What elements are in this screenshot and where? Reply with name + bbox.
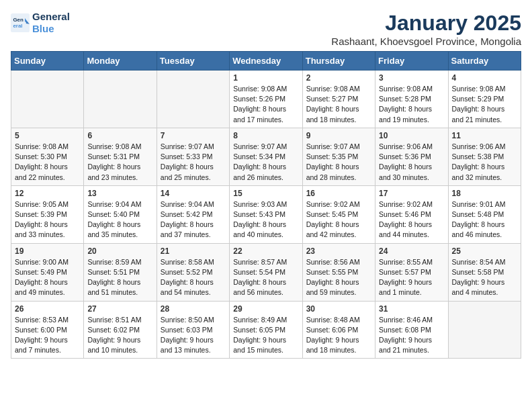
calendar-cell-empty bbox=[84, 71, 157, 128]
calendar-cell-2: 2Sunrise: 9:08 AMSunset: 5:27 PMDaylight… bbox=[302, 71, 375, 128]
cell-details: Sunrise: 9:07 AMSunset: 5:33 PMDaylight:… bbox=[161, 142, 226, 183]
header-saturday: Saturday bbox=[448, 52, 521, 71]
calendar-week-1: 5Sunrise: 9:08 AMSunset: 5:30 PMDaylight… bbox=[11, 128, 521, 185]
calendar-cell-29: 29Sunrise: 8:49 AMSunset: 6:05 PMDayligh… bbox=[230, 301, 302, 359]
cell-details: Sunrise: 9:00 AMSunset: 5:49 PMDaylight:… bbox=[15, 257, 80, 298]
calendar-cell-28: 28Sunrise: 8:50 AMSunset: 6:03 PMDayligh… bbox=[157, 301, 229, 359]
calendar-cell-25: 25Sunrise: 8:54 AMSunset: 5:58 PMDayligh… bbox=[448, 243, 521, 301]
day-number: 12 bbox=[15, 189, 80, 198]
cell-details: Sunrise: 9:04 AMSunset: 5:42 PMDaylight:… bbox=[161, 199, 226, 240]
cell-details: Sunrise: 8:55 AMSunset: 5:57 PMDaylight:… bbox=[379, 257, 444, 298]
cell-details: Sunrise: 9:06 AMSunset: 5:36 PMDaylight:… bbox=[379, 142, 444, 183]
day-number: 25 bbox=[452, 246, 517, 256]
cell-details: Sunrise: 9:06 AMSunset: 5:38 PMDaylight:… bbox=[452, 142, 517, 183]
calendar-table: SundayMondayTuesdayWednesdayThursdayFrid… bbox=[11, 51, 521, 359]
day-number: 22 bbox=[233, 246, 298, 256]
svg-text:Gen: Gen bbox=[13, 17, 24, 23]
day-number: 18 bbox=[452, 189, 517, 198]
cell-details: Sunrise: 8:46 AMSunset: 6:08 PMDaylight:… bbox=[379, 315, 444, 356]
cell-details: Sunrise: 8:58 AMSunset: 5:52 PMDaylight:… bbox=[161, 257, 226, 298]
day-number: 26 bbox=[15, 304, 80, 314]
calendar-cell-empty bbox=[448, 301, 521, 359]
cell-details: Sunrise: 9:08 AMSunset: 5:31 PMDaylight:… bbox=[87, 142, 152, 183]
logo: Gen eral General Blue bbox=[11, 11, 70, 35]
svg-text:eral: eral bbox=[13, 23, 23, 29]
calendar-cell-27: 27Sunrise: 8:51 AMSunset: 6:02 PMDayligh… bbox=[84, 301, 157, 359]
month-year-title: January 2025 bbox=[331, 11, 521, 36]
day-number: 17 bbox=[379, 189, 444, 198]
calendar-cell-22: 22Sunrise: 8:57 AMSunset: 5:54 PMDayligh… bbox=[230, 243, 302, 301]
day-number: 29 bbox=[233, 304, 298, 314]
cell-details: Sunrise: 8:48 AMSunset: 6:06 PMDaylight:… bbox=[306, 315, 371, 356]
calendar-cell-empty bbox=[11, 71, 84, 128]
calendar-cell-24: 24Sunrise: 8:55 AMSunset: 5:57 PMDayligh… bbox=[375, 243, 448, 301]
day-number: 21 bbox=[161, 246, 226, 256]
day-number: 16 bbox=[306, 189, 371, 198]
page-header: Gen eral General Blue January 2025 Rasha… bbox=[11, 11, 521, 47]
day-number: 24 bbox=[379, 246, 444, 256]
cell-details: Sunrise: 8:49 AMSunset: 6:05 PMDaylight:… bbox=[233, 315, 298, 356]
title-block: January 2025 Rashaant, Khoevsgoel Provin… bbox=[331, 11, 521, 47]
cell-details: Sunrise: 8:54 AMSunset: 5:58 PMDaylight:… bbox=[452, 257, 517, 298]
day-number: 5 bbox=[15, 131, 80, 140]
header-friday: Friday bbox=[375, 52, 448, 71]
cell-details: Sunrise: 8:57 AMSunset: 5:54 PMDaylight:… bbox=[233, 257, 298, 298]
calendar-cell-empty bbox=[157, 71, 229, 128]
calendar-cell-26: 26Sunrise: 8:53 AMSunset: 6:00 PMDayligh… bbox=[11, 301, 84, 359]
calendar-cell-15: 15Sunrise: 9:03 AMSunset: 5:43 PMDayligh… bbox=[230, 185, 302, 243]
day-number: 8 bbox=[233, 131, 298, 140]
day-number: 19 bbox=[15, 246, 80, 256]
day-number: 15 bbox=[233, 189, 298, 198]
calendar-cell-23: 23Sunrise: 8:56 AMSunset: 5:55 PMDayligh… bbox=[302, 243, 375, 301]
calendar-cell-9: 9Sunrise: 9:07 AMSunset: 5:35 PMDaylight… bbox=[302, 128, 375, 185]
calendar-cell-4: 4Sunrise: 9:08 AMSunset: 5:29 PMDaylight… bbox=[448, 71, 521, 128]
calendar-cell-6: 6Sunrise: 9:08 AMSunset: 5:31 PMDaylight… bbox=[84, 128, 157, 185]
day-number: 3 bbox=[379, 73, 444, 83]
day-number: 1 bbox=[233, 73, 298, 83]
cell-details: Sunrise: 8:56 AMSunset: 5:55 PMDaylight:… bbox=[306, 257, 371, 298]
day-number: 27 bbox=[87, 304, 152, 314]
day-number: 2 bbox=[306, 73, 371, 83]
calendar-cell-20: 20Sunrise: 8:59 AMSunset: 5:51 PMDayligh… bbox=[84, 243, 157, 301]
cell-details: Sunrise: 9:02 AMSunset: 5:45 PMDaylight:… bbox=[306, 199, 371, 240]
cell-details: Sunrise: 9:01 AMSunset: 5:48 PMDaylight:… bbox=[452, 199, 517, 240]
cell-details: Sunrise: 9:08 AMSunset: 5:28 PMDaylight:… bbox=[379, 84, 444, 125]
calendar-cell-5: 5Sunrise: 9:08 AMSunset: 5:30 PMDaylight… bbox=[11, 128, 84, 185]
day-number: 11 bbox=[452, 131, 517, 140]
calendar-cell-31: 31Sunrise: 8:46 AMSunset: 6:08 PMDayligh… bbox=[375, 301, 448, 359]
day-number: 31 bbox=[379, 304, 444, 314]
calendar-week-0: 1Sunrise: 9:08 AMSunset: 5:26 PMDaylight… bbox=[11, 71, 521, 128]
calendar-header-row: SundayMondayTuesdayWednesdayThursdayFrid… bbox=[11, 52, 521, 71]
calendar-week-4: 26Sunrise: 8:53 AMSunset: 6:00 PMDayligh… bbox=[11, 301, 521, 359]
day-number: 10 bbox=[379, 131, 444, 140]
day-number: 30 bbox=[306, 304, 371, 314]
header-sunday: Sunday bbox=[11, 52, 84, 71]
calendar-cell-13: 13Sunrise: 9:04 AMSunset: 5:40 PMDayligh… bbox=[84, 185, 157, 243]
header-tuesday: Tuesday bbox=[157, 52, 229, 71]
header-monday: Monday bbox=[84, 52, 157, 71]
cell-details: Sunrise: 9:03 AMSunset: 5:43 PMDaylight:… bbox=[233, 199, 298, 240]
cell-details: Sunrise: 8:51 AMSunset: 6:02 PMDaylight:… bbox=[87, 315, 152, 356]
cell-details: Sunrise: 9:04 AMSunset: 5:40 PMDaylight:… bbox=[87, 199, 152, 240]
cell-details: Sunrise: 9:08 AMSunset: 5:29 PMDaylight:… bbox=[452, 84, 517, 125]
header-wednesday: Wednesday bbox=[230, 52, 302, 71]
calendar-cell-14: 14Sunrise: 9:04 AMSunset: 5:42 PMDayligh… bbox=[157, 185, 229, 243]
day-number: 4 bbox=[452, 73, 517, 83]
cell-details: Sunrise: 9:07 AMSunset: 5:35 PMDaylight:… bbox=[306, 142, 371, 183]
calendar-cell-11: 11Sunrise: 9:06 AMSunset: 5:38 PMDayligh… bbox=[448, 128, 521, 185]
cell-details: Sunrise: 9:08 AMSunset: 5:30 PMDaylight:… bbox=[15, 142, 80, 183]
cell-details: Sunrise: 8:53 AMSunset: 6:00 PMDaylight:… bbox=[15, 315, 80, 356]
calendar-cell-1: 1Sunrise: 9:08 AMSunset: 5:26 PMDaylight… bbox=[230, 71, 302, 128]
calendar-cell-17: 17Sunrise: 9:02 AMSunset: 5:46 PMDayligh… bbox=[375, 185, 448, 243]
day-number: 6 bbox=[87, 131, 152, 140]
cell-details: Sunrise: 8:50 AMSunset: 6:03 PMDaylight:… bbox=[161, 315, 226, 356]
cell-details: Sunrise: 8:59 AMSunset: 5:51 PMDaylight:… bbox=[87, 257, 152, 298]
day-number: 20 bbox=[87, 246, 152, 256]
cell-details: Sunrise: 9:02 AMSunset: 5:46 PMDaylight:… bbox=[379, 199, 444, 240]
day-number: 28 bbox=[161, 304, 226, 314]
day-number: 9 bbox=[306, 131, 371, 140]
logo-icon: Gen eral bbox=[11, 13, 30, 32]
day-number: 7 bbox=[161, 131, 226, 140]
cell-details: Sunrise: 9:08 AMSunset: 5:26 PMDaylight:… bbox=[233, 84, 298, 125]
calendar-week-3: 19Sunrise: 9:00 AMSunset: 5:49 PMDayligh… bbox=[11, 243, 521, 301]
